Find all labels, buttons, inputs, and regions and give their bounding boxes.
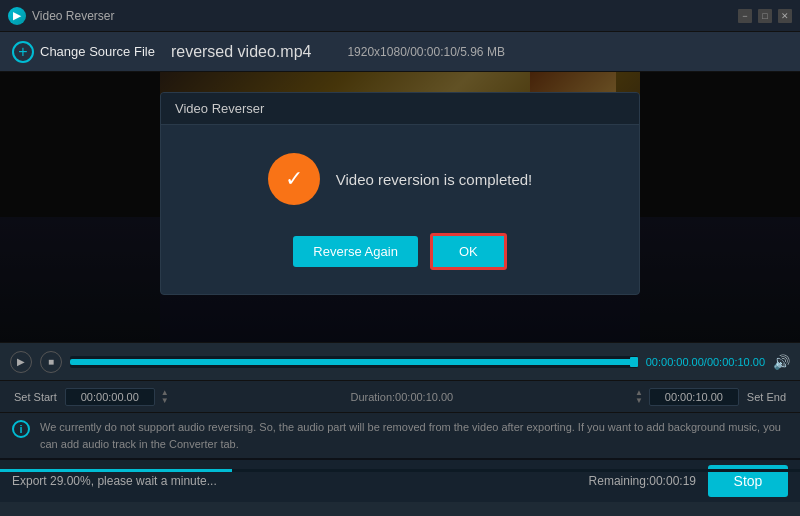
timeline-track: [70, 359, 638, 365]
end-time-spinner: ▲ ▼: [633, 389, 645, 405]
window-controls: − □ ✕: [738, 9, 792, 23]
progress-bar-fill: [0, 469, 232, 472]
app-icon: ▶: [8, 7, 26, 25]
export-bar: Export 29.00%, please wait a minute... R…: [0, 458, 800, 502]
start-control-group: Set Start ▲ ▼: [10, 388, 171, 406]
play-icon: ▶: [17, 356, 25, 367]
dialog-message: Video reversion is completed!: [336, 171, 533, 188]
reverse-again-button[interactable]: Reverse Again: [293, 236, 418, 267]
start-time-input[interactable]: [65, 388, 155, 406]
export-status-text: Export 29.00%, please wait a minute...: [12, 474, 577, 488]
file-name: reversed video.mp4: [171, 43, 312, 61]
dialog-content-row: ✓ Video reversion is completed!: [268, 153, 533, 205]
success-icon: ✓: [268, 153, 320, 205]
time-display: 00:00:00.00/00:00:10.00: [646, 356, 765, 368]
remaining-time-text: Remaining:00:00:19: [589, 474, 696, 488]
minimize-button[interactable]: −: [738, 9, 752, 23]
progress-bar-container: [0, 469, 800, 472]
end-control-group: ▲ ▼ Set End: [633, 388, 790, 406]
completion-dialog: Video Reverser ✓ Video reversion is comp…: [160, 92, 640, 295]
change-source-label: Change Source File: [40, 44, 155, 59]
dialog-body: ✓ Video reversion is completed! Reverse …: [161, 125, 639, 294]
add-icon: +: [12, 41, 34, 63]
maximize-button[interactable]: □: [758, 9, 772, 23]
video-preview: Video Reverser ✓ Video reversion is comp…: [0, 72, 800, 342]
dialog-buttons: Reverse Again OK: [293, 233, 506, 270]
set-end-button[interactable]: Set End: [743, 391, 790, 403]
start-time-spinner: ▲ ▼: [159, 389, 171, 405]
info-bar: i We currently do not support audio reve…: [0, 412, 800, 458]
info-text: We currently do not support audio revers…: [40, 419, 788, 452]
set-start-button[interactable]: Set Start: [10, 391, 61, 403]
toolbar: + Change Source File reversed video.mp4 …: [0, 32, 800, 72]
dialog-title: Video Reverser: [161, 93, 639, 125]
app-title: Video Reverser: [32, 9, 738, 23]
change-source-button[interactable]: + Change Source File: [12, 41, 155, 63]
info-icon: i: [12, 420, 30, 438]
title-bar: ▶ Video Reverser − □ ✕: [0, 0, 800, 32]
timeline[interactable]: [70, 356, 638, 368]
start-time-down[interactable]: ▼: [159, 397, 171, 405]
end-time-input[interactable]: [649, 388, 739, 406]
playback-controls: ▶ ■ 00:00:00.00/00:00:10.00 🔊: [0, 342, 800, 380]
duration-display: Duration:00:00:10.00: [171, 391, 633, 403]
file-info: 1920x1080/00:00:10/5.96 MB: [347, 45, 504, 59]
stop-icon: ■: [48, 356, 54, 367]
end-time-down[interactable]: ▼: [633, 397, 645, 405]
timeline-handle[interactable]: [630, 357, 638, 367]
volume-icon[interactable]: 🔊: [773, 354, 790, 370]
ok-button[interactable]: OK: [430, 233, 507, 270]
dialog-overlay: Video Reverser ✓ Video reversion is comp…: [0, 72, 800, 342]
time-controls-bar: Set Start ▲ ▼ Duration:00:00:10.00 ▲ ▼ S…: [0, 380, 800, 412]
play-button[interactable]: ▶: [10, 351, 32, 373]
close-button[interactable]: ✕: [778, 9, 792, 23]
stop-control-button[interactable]: ■: [40, 351, 62, 373]
